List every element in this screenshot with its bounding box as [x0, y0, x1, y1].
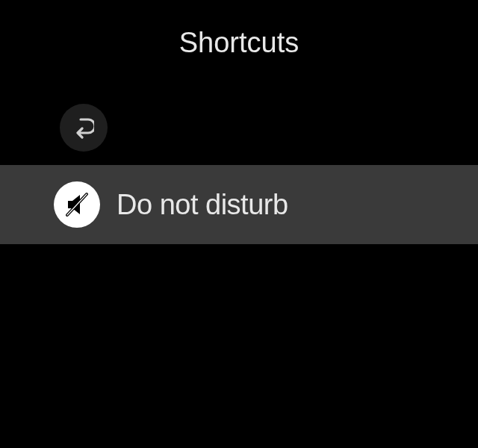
list-item-label: Do not disturb: [117, 189, 288, 221]
back-row: [0, 104, 478, 152]
back-button[interactable]: [60, 104, 108, 152]
list-item-label: Timer: [117, 341, 186, 373]
page-title: Shortcuts: [0, 27, 478, 59]
mute-icon: [54, 181, 100, 228]
list-item-timer[interactable]: Timer: [0, 323, 478, 396]
list-item-alarms[interactable]: Alarms: [0, 244, 478, 323]
stopwatch-icon: [54, 334, 100, 380]
bell-icon: [54, 261, 100, 307]
list-item-label: Alarms: [117, 268, 202, 300]
return-arrow-icon: [73, 116, 94, 139]
shortcut-list: Do not disturb Alarms Timer: [0, 165, 478, 396]
svg-line-5: [77, 355, 81, 359]
svg-rect-4: [75, 346, 78, 349]
header: Shortcuts: [0, 0, 478, 74]
list-item-dnd[interactable]: Do not disturb: [0, 165, 478, 244]
